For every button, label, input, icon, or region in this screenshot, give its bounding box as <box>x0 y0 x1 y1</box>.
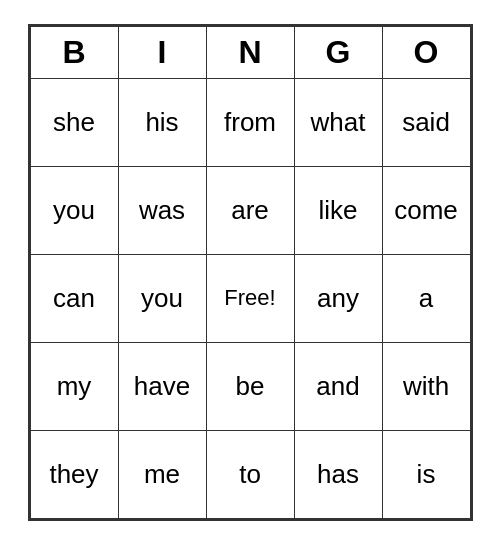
table-row: you was are like come <box>30 166 470 254</box>
col-b: B <box>30 26 118 78</box>
cell-r5c2: me <box>118 430 206 518</box>
cell-r3c4: any <box>294 254 382 342</box>
cell-r5c3: to <box>206 430 294 518</box>
table-row: my have be and with <box>30 342 470 430</box>
col-g: G <box>294 26 382 78</box>
cell-r2c4: like <box>294 166 382 254</box>
table-row: can you Free! any a <box>30 254 470 342</box>
cell-r2c3: are <box>206 166 294 254</box>
cell-r4c2: have <box>118 342 206 430</box>
col-o: O <box>382 26 470 78</box>
bingo-card: B I N G O she his from what said you was… <box>28 24 473 521</box>
cell-r1c4: what <box>294 78 382 166</box>
cell-r5c4: has <box>294 430 382 518</box>
cell-r3c2: you <box>118 254 206 342</box>
cell-r5c5: is <box>382 430 470 518</box>
table-row: they me to has is <box>30 430 470 518</box>
cell-r5c1: they <box>30 430 118 518</box>
cell-r4c1: my <box>30 342 118 430</box>
cell-r3c1: can <box>30 254 118 342</box>
cell-r4c4: and <box>294 342 382 430</box>
table-row: she his from what said <box>30 78 470 166</box>
cell-r2c2: was <box>118 166 206 254</box>
col-n: N <box>206 26 294 78</box>
cell-r2c5: come <box>382 166 470 254</box>
cell-r4c3: be <box>206 342 294 430</box>
col-i: I <box>118 26 206 78</box>
cell-r3c3: Free! <box>206 254 294 342</box>
cell-r1c5: said <box>382 78 470 166</box>
header-row: B I N G O <box>30 26 470 78</box>
cell-r2c1: you <box>30 166 118 254</box>
cell-r4c5: with <box>382 342 470 430</box>
cell-r1c2: his <box>118 78 206 166</box>
bingo-table: B I N G O she his from what said you was… <box>30 26 471 519</box>
cell-r1c1: she <box>30 78 118 166</box>
cell-r3c5: a <box>382 254 470 342</box>
cell-r1c3: from <box>206 78 294 166</box>
